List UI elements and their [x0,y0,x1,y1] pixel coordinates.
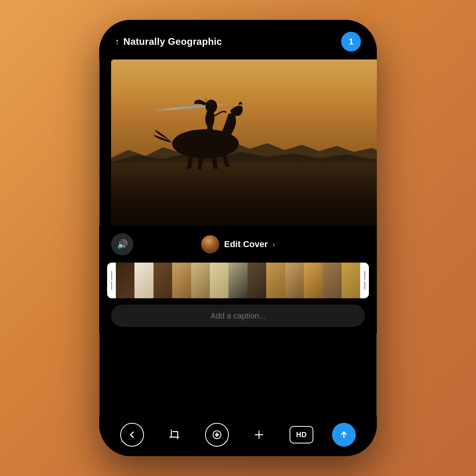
filmstrip-handle-left[interactable] [107,263,116,298]
filmstrip-container [99,263,377,298]
handle-line [364,281,365,290]
filmstrip-frame[interactable] [172,263,191,298]
handle-line [111,281,112,290]
cover-thumb-image [201,235,219,253]
caption-input[interactable] [111,305,365,327]
filmstrip-frame[interactable] [228,263,247,298]
caption-area [99,298,377,333]
page-title: Naturally Geographic [123,36,222,47]
chevron-right-icon: › [273,240,275,249]
filmstrip-frame[interactable] [304,263,322,298]
filmstrip-frames [116,263,360,298]
filmstrip-frame[interactable] [322,263,341,298]
filmstrip-frame[interactable] [248,263,266,298]
video-scene [111,60,377,226]
hd-label: HD [296,431,307,439]
phone-frame: ↑ Naturally Geographic 1 [99,20,377,456]
handle-line [111,271,112,280]
edit-cover-label: Edit Cover [224,239,268,250]
sound-icon: 🔊 [117,239,128,250]
filmstrip-frame[interactable] [342,263,360,298]
cover-thumbnail [201,235,219,253]
filmstrip-frame[interactable] [210,263,228,298]
filmstrip-frame[interactable] [191,263,210,298]
svg-point-1 [205,100,217,113]
hd-button[interactable]: HD [290,426,313,443]
notification-count: 1 [349,36,353,47]
header: ↑ Naturally Geographic 1 [99,20,377,60]
send-icon [339,430,349,440]
notification-badge[interactable]: 1 [341,32,361,52]
back-icon [128,430,136,439]
filmstrip[interactable] [107,263,369,298]
bottom-toolbar: HD [99,416,377,456]
filmstrip-frame[interactable] [134,263,153,298]
crop-button[interactable] [163,423,186,447]
sticker-button[interactable] [247,423,271,447]
draw-icon [212,430,222,440]
upload-arrow-icon: ↑ [115,36,119,47]
handle-line [364,271,365,280]
draw-button[interactable] [205,423,229,447]
send-button[interactable] [332,423,356,447]
filmstrip-frame[interactable] [285,263,304,298]
sticker-icon [254,430,264,440]
filmstrip-handle-right[interactable] [360,263,369,298]
back-button[interactable] [120,423,144,447]
filmstrip-frame[interactable] [116,263,134,298]
crop-icon [169,429,180,440]
edit-cover-button[interactable]: Edit Cover › [201,235,275,253]
filmstrip-frame[interactable] [154,263,172,298]
controls-row: 🔊 Edit Cover › [99,226,377,263]
sound-button[interactable]: 🔊 [111,233,133,255]
filmstrip-frame[interactable] [266,263,285,298]
header-left: ↑ Naturally Geographic [115,36,222,47]
video-preview [111,60,377,226]
rider-silhouette [125,81,278,173]
